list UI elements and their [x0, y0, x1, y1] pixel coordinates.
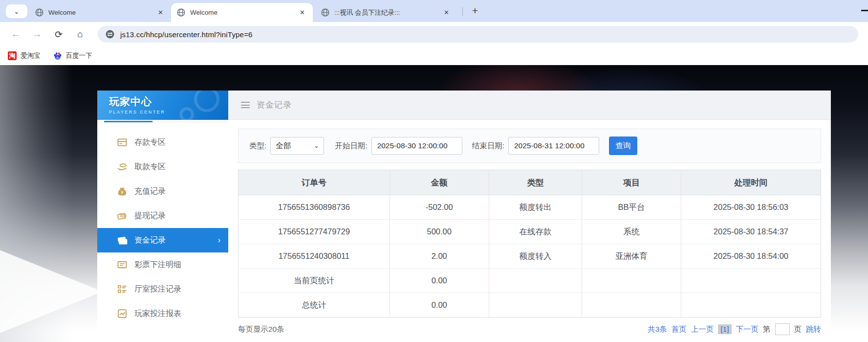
table-cell: 额度转出	[489, 195, 582, 220]
funds-records-table: 订单号金额类型项目处理时间 1756551360898736-502.00额度转…	[238, 170, 821, 318]
sidebar-item-7[interactable]: 厅室投注记录›	[97, 277, 228, 301]
pagination-bar: 每页显示20条 共3条 首页 上一页 [1] 下一页 第 页 跳转	[238, 323, 821, 335]
browser-tab[interactable]: Welcome✕	[171, 3, 313, 22]
globe-icon	[321, 8, 329, 17]
report-chart-icon	[117, 308, 128, 319]
tab-title: Welcome	[190, 9, 298, 16]
tab-close-icon[interactable]: ✕	[156, 8, 165, 17]
jump-button[interactable]: 跳转	[806, 324, 821, 335]
type-select[interactable]: 全部 ⌄	[270, 137, 324, 155]
site-settings-icon[interactable]	[106, 30, 114, 39]
tab-title: :::视讯 会员下注纪录:::	[334, 8, 442, 17]
deposit-card-icon	[117, 137, 128, 148]
new-tab-button[interactable]: +	[468, 4, 482, 18]
column-header: 类型	[489, 170, 582, 195]
baidu-paw-icon: du	[53, 51, 62, 60]
next-page-link[interactable]: 下一页	[736, 324, 759, 335]
table-cell: 1756551240308011	[239, 244, 390, 269]
browser-tab[interactable]: Welcome✕	[29, 3, 171, 22]
type-select-value: 全部	[276, 141, 291, 151]
player-center-sidebar: 玩家中心 PLAYERS CENTER 财务中心 存款专区›取款专区›¥充值记录…	[97, 91, 228, 342]
tab-title: Welcome	[48, 9, 156, 16]
jump-label-pre: 第	[763, 324, 771, 335]
home-icon[interactable]: ⌂	[73, 27, 87, 41]
prev-page-link[interactable]: 上一页	[691, 324, 714, 335]
bookmarks-bar: 淘爱淘宝du百度一下	[0, 46, 868, 65]
table-cell: 在线存款	[489, 220, 582, 244]
tab-search-button[interactable]: ⌄	[6, 4, 27, 18]
reload-icon[interactable]: ⟳	[52, 27, 65, 41]
sidebar-item-label: 充值记录	[134, 186, 166, 197]
taobao-icon: 淘	[8, 51, 17, 60]
back-icon[interactable]: ←	[9, 27, 22, 41]
list-grid-icon	[117, 284, 128, 295]
sidebar-item-6[interactable]: 彩票下注明细›	[97, 252, 228, 277]
bookmark-item[interactable]: du百度一下	[53, 51, 92, 60]
withdraw-hand-icon	[117, 161, 128, 172]
start-date-input[interactable]: 2025-08-30 12:00:00	[371, 137, 462, 155]
table-row: 1756551360898736-502.00额度转出BB平台2025-08-3…	[239, 195, 821, 220]
table-cell	[582, 293, 681, 318]
ticket-list-icon	[117, 259, 128, 270]
section-divider	[97, 121, 228, 122]
section-active-underline	[104, 121, 152, 122]
browser-tab-strip: ⌄ Welcome✕Welcome✕:::视讯 会员下注纪录:::✕ +	[0, 0, 868, 22]
moneybag-icon: ¥	[117, 186, 128, 197]
sidebar-item-2[interactable]: 取款专区›	[97, 155, 228, 179]
sidebar-item-5[interactable]: 资金记录›	[97, 228, 228, 252]
total-count: 共3条	[648, 324, 667, 335]
column-header: 订单号	[239, 170, 390, 195]
sidebar-item-4[interactable]: 提现记录›	[97, 204, 228, 228]
table-row: 总统计0.00	[239, 293, 821, 318]
wallet-cards-icon	[117, 210, 128, 221]
bookmark-label: 爱淘宝	[21, 51, 41, 60]
moneybag-icon: ¥	[117, 186, 128, 197]
main-panel: 资金记录 类型: 全部 ⌄ 开始日期: 2025-08-30 12:00:00 …	[228, 91, 831, 342]
table-cell: -502.00	[390, 195, 489, 220]
page-size-text: 每页显示20条	[238, 324, 284, 335]
banner-circle-decoration	[179, 107, 194, 120]
jump-label-post: 页	[794, 324, 802, 335]
column-header: 处理时间	[681, 170, 821, 195]
ticket-list-icon	[117, 259, 128, 270]
records-table-wrap: 订单号金额类型项目处理时间 1756551360898736-502.00额度转…	[238, 170, 821, 318]
globe-favicon-icon	[321, 8, 329, 17]
content-header: 资金记录	[228, 91, 831, 120]
table-cell: 额度转入	[489, 244, 582, 269]
svg-text:¥: ¥	[121, 190, 124, 195]
globe-favicon-icon	[35, 8, 43, 17]
jump-page-input[interactable]	[775, 323, 790, 335]
banknotes-icon	[117, 235, 128, 246]
tab-close-icon[interactable]: ✕	[298, 8, 307, 17]
tab-close-icon[interactable]: ✕	[442, 8, 451, 17]
svg-text:du: du	[56, 56, 60, 59]
tab-divider	[462, 7, 463, 16]
sidebar-item-label: 提现记录	[134, 211, 166, 221]
url-text[interactable]: js13.cc/hhcp/usercenter.html?iniType=6	[120, 30, 253, 39]
page-title: 资金记录	[257, 99, 292, 111]
sidebar-item-1[interactable]: 存款专区›	[97, 130, 228, 155]
browser-tab[interactable]: :::视讯 会员下注纪录:::✕	[315, 3, 457, 22]
list-grid-icon	[117, 284, 128, 295]
sidebar-item-8[interactable]: 玩家投注报表›	[97, 301, 228, 326]
table-cell: 1756551277479729	[239, 220, 390, 244]
deposit-card-icon	[117, 137, 128, 148]
filter-bar: 类型: 全部 ⌄ 开始日期: 2025-08-30 12:00:00 结束日期:…	[238, 129, 821, 163]
end-date-input[interactable]: 2025-08-31 12:00:00	[508, 137, 599, 155]
first-page-link[interactable]: 首页	[672, 324, 687, 335]
wallet-cards-icon	[117, 210, 128, 221]
window-minimize-button[interactable]	[861, 10, 868, 11]
sidebar-item-3[interactable]: ¥充值记录›	[97, 179, 228, 204]
bookmark-item[interactable]: 淘爱淘宝	[8, 51, 41, 60]
end-date-label: 结束日期:	[472, 141, 504, 151]
forward-icon[interactable]: →	[30, 27, 44, 41]
globe-icon	[177, 8, 185, 17]
search-button[interactable]: 查询	[609, 137, 637, 155]
table-cell: 当前页统计	[239, 269, 390, 293]
type-label: 类型:	[249, 141, 266, 151]
banner-circle-decoration	[194, 91, 219, 112]
address-bar[interactable]: js13.cc/hhcp/usercenter.html?iniType=6	[98, 26, 858, 43]
column-header: 项目	[582, 170, 681, 195]
table-cell: 2.00	[390, 244, 489, 269]
sidebar-item-label: 玩家投注报表	[134, 309, 181, 319]
